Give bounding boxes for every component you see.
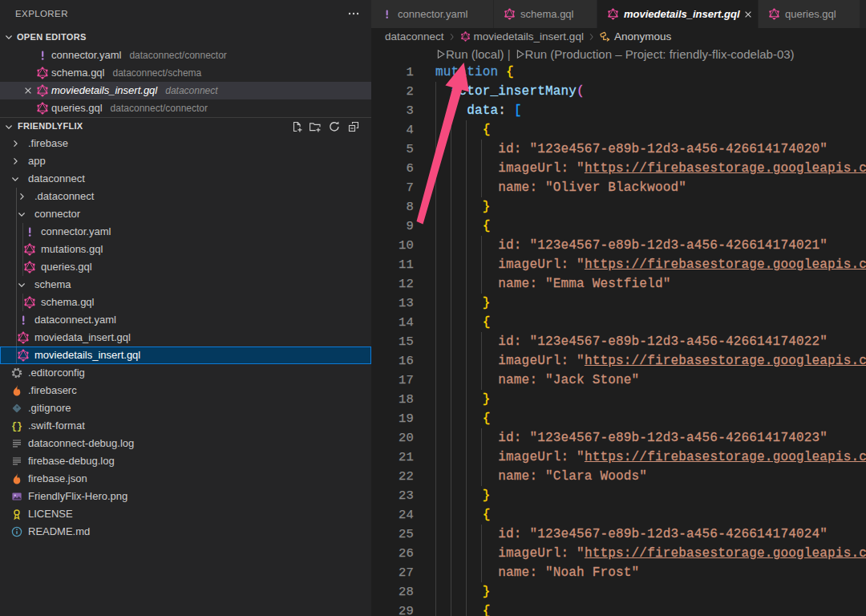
- svg-text:}: }: [17, 421, 22, 432]
